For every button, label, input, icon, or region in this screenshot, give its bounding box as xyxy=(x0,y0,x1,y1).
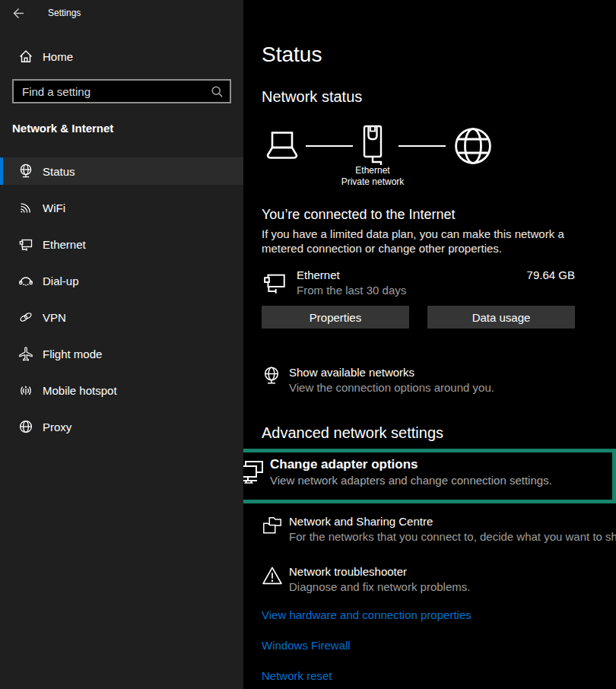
ethernet-plug-wrap: Ethernet Private network xyxy=(360,125,385,167)
warning-triangle-icon xyxy=(262,564,289,586)
connected-description: If you have a limited data plan, you can… xyxy=(262,227,584,256)
search-box[interactable] xyxy=(12,79,231,103)
sidebar-item-label: Flight mode xyxy=(43,348,102,360)
sidebar-home-label: Home xyxy=(43,50,73,63)
titlebar: Settings xyxy=(0,0,243,26)
sidebar-item-flight-mode[interactable]: Flight mode xyxy=(0,340,243,367)
connected-heading: You’re connected to the Internet xyxy=(262,205,616,224)
sidebar-item-home[interactable]: Home xyxy=(0,43,243,70)
advanced-settings-heading: Advanced network settings xyxy=(262,423,616,443)
sidebar-item-label: Proxy xyxy=(43,421,71,433)
ethernet-icon xyxy=(18,237,33,252)
sidebar-item-label: Dial-up xyxy=(43,275,79,287)
sidebar-item-dialup[interactable]: Dial-up xyxy=(0,267,243,294)
wifi-icon xyxy=(18,200,33,215)
page-title: Status xyxy=(262,41,616,68)
usage-network-name: Ethernet xyxy=(297,268,527,283)
troubleshooter-texts: Network troubleshooter Diagnose and fix … xyxy=(289,564,470,595)
sharing-centre-title: Network and Sharing Centre xyxy=(289,514,616,529)
network-diagram: Ethernet Private network xyxy=(262,125,616,190)
mobile-hotspot-icon xyxy=(18,383,33,398)
windows-firewall-link[interactable]: Windows Firewall xyxy=(262,639,616,652)
connector-line xyxy=(398,145,446,147)
network-troubleshooter-item[interactable]: Network troubleshooter Diagnose and fix … xyxy=(262,564,616,595)
diagram-labels: Ethernet Private network xyxy=(341,165,405,188)
sidebar-item-label: WiFi xyxy=(43,202,65,214)
button-row: Properties Data usage xyxy=(262,306,616,329)
home-icon xyxy=(18,49,33,64)
sidebar-item-label: Mobile hotspot xyxy=(43,384,117,397)
usage-amount: 79.64 GB xyxy=(527,268,575,283)
data-usage-button[interactable]: Data usage xyxy=(427,306,575,329)
connector-line xyxy=(306,145,353,147)
view-hardware-properties-link[interactable]: View hardware and connection properties xyxy=(262,608,616,622)
sidebar-item-vpn[interactable]: VPN xyxy=(0,303,243,331)
back-button[interactable] xyxy=(12,6,26,20)
show-networks-title: Show available networks xyxy=(289,365,494,380)
sidebar-item-status[interactable]: Status xyxy=(0,157,243,185)
troubleshooter-title: Network troubleshooter xyxy=(289,564,470,579)
back-arrow-icon xyxy=(12,7,25,20)
adapter-desc: View network adapters and change connect… xyxy=(270,473,552,488)
sidebar-item-ethernet[interactable]: Ethernet xyxy=(0,230,243,258)
usage-texts: Ethernet From the last 30 days xyxy=(297,268,527,298)
search-input[interactable] xyxy=(21,84,211,99)
sharing-centre-desc: For the networks that you connect to, de… xyxy=(289,529,616,545)
internet-globe-icon xyxy=(453,126,493,166)
sidebar-item-label: VPN xyxy=(43,311,66,324)
show-available-networks-item[interactable]: Show available networks View the connect… xyxy=(262,365,616,395)
network-sharing-centre-item[interactable]: Network and Sharing Centre For the netwo… xyxy=(262,514,616,545)
adapter-icon xyxy=(243,456,270,487)
adapter-title: Change adapter options xyxy=(270,456,552,473)
connection-label: Ethernet xyxy=(341,165,405,176)
network-type-label: Private network xyxy=(341,176,405,188)
available-networks-globe-icon xyxy=(262,365,289,386)
change-adapter-options-item[interactable]: Change adapter options View network adap… xyxy=(243,449,616,503)
properties-button[interactable]: Properties xyxy=(262,306,409,329)
vpn-icon xyxy=(18,310,33,325)
settings-sidebar: Settings Home Network & Internet xyxy=(0,0,243,689)
troubleshooter-desc: Diagnose and fix network problems. xyxy=(289,579,470,595)
laptop-icon xyxy=(262,131,303,161)
sidebar-item-label: Status xyxy=(43,165,75,178)
diagram-icons: Ethernet Private network xyxy=(262,125,493,167)
sharing-centre-icon xyxy=(262,514,289,536)
sidebar-section-heading: Network & Internet xyxy=(12,122,231,135)
sidebar-nav: Status WiFi xyxy=(0,157,243,440)
show-networks-desc: View the connection options around you. xyxy=(289,380,494,395)
sidebar-item-label: Ethernet xyxy=(43,238,86,251)
sidebar-item-proxy[interactable]: Proxy xyxy=(0,413,243,440)
flight-mode-icon xyxy=(18,346,33,361)
ethernet-usage-icon xyxy=(262,268,297,295)
ethernet-plug-icon xyxy=(360,125,385,167)
sidebar-item-mobile-hotspot[interactable]: Mobile hotspot xyxy=(0,376,243,404)
sidebar-item-wifi[interactable]: WiFi xyxy=(0,194,243,221)
app-title: Settings xyxy=(48,8,81,18)
sharing-centre-texts: Network and Sharing Centre For the netwo… xyxy=(289,514,616,545)
status-page: Status Network status xyxy=(243,0,616,689)
search-icon xyxy=(211,85,224,98)
network-reset-link[interactable]: Network reset xyxy=(262,669,616,683)
status-globe-icon xyxy=(18,164,33,179)
proxy-globe-icon xyxy=(18,419,33,434)
network-status-heading: Network status xyxy=(262,87,616,106)
adapter-texts: Change adapter options View network adap… xyxy=(270,456,552,488)
dialup-icon xyxy=(18,273,33,288)
data-usage-row: Ethernet From the last 30 days 79.64 GB xyxy=(262,268,575,298)
usage-period: From the last 30 days xyxy=(297,283,527,298)
show-networks-texts: Show available networks View the connect… xyxy=(289,365,494,395)
